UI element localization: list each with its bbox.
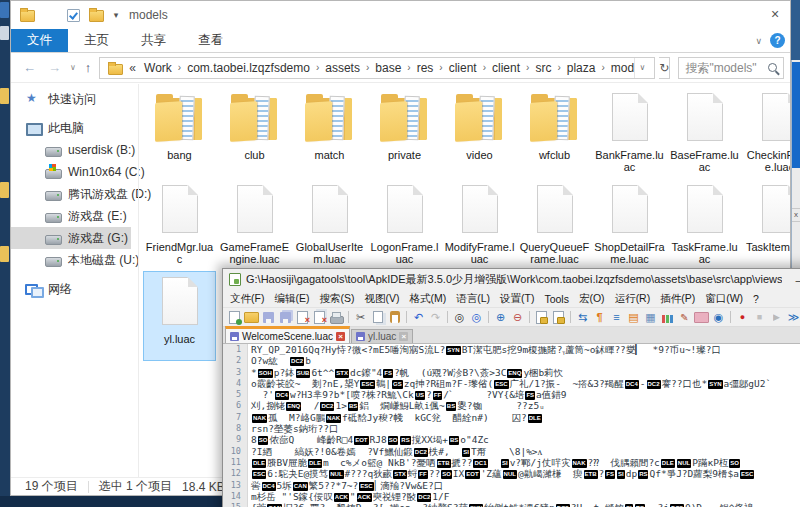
sidebar-item[interactable]: 此电脑: [11, 117, 131, 139]
file-item[interactable]: video: [443, 87, 516, 177]
document-map-icon[interactable]: ▦: [642, 310, 659, 325]
breadcrumb-item[interactable]: client: [444, 61, 482, 75]
find-icon[interactable]: ◎: [451, 310, 468, 325]
recent-locations-icon[interactable]: ∨: [69, 63, 77, 72]
new-file-icon[interactable]: [226, 310, 243, 325]
forward-button[interactable]: →: [44, 60, 65, 75]
show-symbols-icon[interactable]: ¶: [591, 310, 608, 325]
sidebar-item[interactable]: 快速访问: [11, 88, 131, 110]
file-item[interactable]: LogonFrame.luac: [368, 179, 441, 269]
file-item[interactable]: ModifyFrame.luac: [443, 179, 516, 269]
breadcrumb-item[interactable]: com.taobei.lzqzfsdemo: [182, 61, 315, 75]
toolbar-icon[interactable]: [406, 311, 407, 323]
menu-item[interactable]: 视图(V): [359, 292, 404, 306]
file-monitor-icon[interactable]: ◉: [710, 310, 727, 325]
file-item[interactable]: wfclub: [518, 87, 591, 177]
address-box[interactable]: « Work › com.taobei.lzqzfsdemo › assets …: [99, 57, 655, 79]
run-macro-icon[interactable]: ≫: [785, 310, 800, 325]
menu-item[interactable]: 格式(M): [404, 292, 451, 306]
sidebar-item[interactable]: 游戏盘 (G:): [11, 227, 131, 249]
file-item[interactable]: match: [293, 87, 366, 177]
close-file-icon[interactable]: [294, 310, 311, 325]
document-tab[interactable]: yl.luac ×: [351, 329, 413, 343]
menu-item[interactable]: 窗口(W): [700, 292, 748, 306]
user-language-icon[interactable]: ▤: [625, 310, 642, 325]
breadcrumb-item[interactable]: Work: [139, 61, 177, 75]
search-icon[interactable]: [768, 63, 777, 72]
undo-icon[interactable]: ↶: [410, 310, 427, 325]
toolbar-icon[interactable]: [348, 311, 349, 323]
sidebar-item[interactable]: 游戏盘 (E:): [11, 205, 131, 227]
background-close-icon[interactable]: x: [792, 208, 800, 222]
menu-item[interactable]: 搜索(S): [314, 292, 359, 306]
file-item[interactable]: FriendMgr.luac: [143, 179, 216, 269]
tab-close-icon[interactable]: ×: [399, 332, 408, 341]
save-all-icon[interactable]: [277, 310, 294, 325]
sidebar-item[interactable]: 腾讯游戏盘 (D:): [11, 183, 131, 205]
properties-check-icon[interactable]: [65, 8, 81, 22]
toolbar-icon[interactable]: [730, 311, 731, 323]
sidebar-item[interactable]: Win10x64 (C:): [11, 161, 131, 183]
ribbon-tab[interactable]: 主页: [68, 29, 125, 52]
project-panel-icon[interactable]: [693, 310, 710, 325]
folder-icon[interactable]: [88, 8, 104, 22]
menu-item[interactable]: 宏(O): [574, 292, 610, 306]
play-macro-icon[interactable]: ▶: [768, 310, 785, 325]
breadcrumb-item[interactable]: models: [606, 61, 634, 75]
close-all-icon[interactable]: [311, 310, 328, 325]
ribbon-tab[interactable]: 文件: [11, 29, 68, 52]
word-wrap-icon[interactable]: ⇆: [574, 310, 591, 325]
cut-icon[interactable]: ✂: [352, 310, 369, 325]
file-item[interactable]: TaskItem.luac: [743, 179, 790, 269]
ribbon-tab[interactable]: 查看: [182, 29, 239, 52]
editor-text-area[interactable]: 1 RY_QP_2016Qq?Hy恃?微<?mE5噃洵寎S流L?SYNBT潔屯肥…: [223, 344, 800, 507]
help-icon[interactable]: ?: [770, 33, 785, 48]
file-item[interactable]: GameFrameEngine.luac: [218, 179, 291, 269]
indent-guide-icon[interactable]: ≡: [608, 310, 625, 325]
minimize-icon[interactable]: —: [787, 274, 800, 286]
up-button[interactable]: ↑: [81, 60, 96, 75]
file-item[interactable]: yl.luac: [143, 271, 216, 361]
toolbar-icon[interactable]: [529, 311, 530, 323]
breadcrumb-item[interactable]: res: [412, 61, 439, 75]
breadcrumb-item[interactable]: base: [370, 61, 406, 75]
file-item[interactable]: club: [218, 87, 291, 177]
sidebar-item[interactable]: userdisk (B:): [11, 139, 131, 161]
breadcrumb-item[interactable]: assets: [320, 61, 365, 75]
breadcrumb-item[interactable]: client: [487, 61, 525, 75]
save-file-icon[interactable]: [260, 310, 277, 325]
qat-separator[interactable]: [42, 8, 58, 22]
search-box[interactable]: [678, 57, 784, 79]
sidebar-item[interactable]: 本地磁盘 (U:): [11, 249, 131, 271]
address-dropdown-icon[interactable]: ∨: [634, 58, 651, 78]
file-item[interactable]: BaseFrame.luac: [668, 87, 741, 177]
open-file-icon[interactable]: [243, 310, 260, 325]
file-item[interactable]: private: [368, 87, 441, 177]
edit-document-icon[interactable]: ✎: [676, 310, 693, 325]
toolbar-icon[interactable]: [447, 311, 448, 323]
print-icon[interactable]: [328, 310, 345, 325]
search-input[interactable]: [685, 61, 765, 75]
qat-dropdown-icon[interactable]: ▾: [111, 8, 121, 22]
paste-icon[interactable]: [386, 310, 403, 325]
copy-icon[interactable]: [369, 310, 386, 325]
breadcrumb-item[interactable]: plaza: [562, 61, 601, 75]
function-list-icon[interactable]: [659, 310, 676, 325]
back-button[interactable]: ←: [19, 60, 40, 75]
breadcrumb-item[interactable]: src: [530, 61, 556, 75]
sidebar-item[interactable]: 网络: [11, 278, 131, 300]
ribbon-tab[interactable]: 共享: [125, 29, 182, 52]
stop-macro-icon[interactable]: ■: [751, 310, 768, 325]
redo-icon[interactable]: ↷: [427, 310, 444, 325]
menu-item[interactable]: 文件(F): [225, 292, 269, 306]
zoom-out-icon[interactable]: ⊖: [509, 310, 526, 325]
sync-horizontal-icon[interactable]: [550, 310, 567, 325]
sync-vertical-icon[interactable]: [533, 310, 550, 325]
file-item[interactable]: GlobalUserItem.luac: [293, 179, 366, 269]
menu-item[interactable]: Tools: [539, 293, 574, 305]
file-item[interactable]: bang: [143, 87, 216, 177]
close-icon[interactable]: ×: [764, 4, 786, 24]
toolbar-icon[interactable]: [570, 311, 571, 323]
refresh-button[interactable]: ↻: [659, 57, 670, 79]
file-item[interactable]: CheckinFrame.luac: [743, 87, 790, 177]
